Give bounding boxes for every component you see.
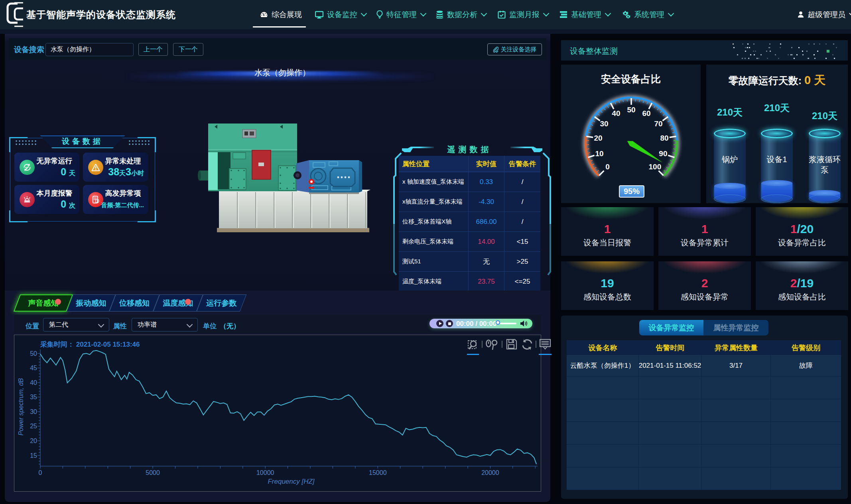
svg-text:15000: 15000	[369, 469, 387, 476]
svg-text:25: 25	[30, 423, 37, 429]
svg-text:0: 0	[605, 163, 610, 171]
svg-text:90: 90	[659, 149, 667, 158]
svg-text:60: 60	[642, 109, 651, 118]
svg-text:80: 80	[660, 134, 668, 142]
svg-text:10: 10	[595, 149, 604, 158]
svg-text:15: 15	[30, 452, 37, 459]
svg-text:50: 50	[30, 350, 37, 357]
svg-text:10000: 10000	[256, 469, 274, 476]
svg-text:70: 70	[654, 120, 662, 128]
svg-text:30: 30	[30, 408, 37, 415]
svg-text:40: 40	[30, 379, 37, 386]
svg-text:Power spectrum, dB: Power spectrum, dB	[18, 378, 24, 435]
svg-text:45: 45	[30, 365, 37, 371]
svg-text:100: 100	[649, 163, 662, 171]
svg-text:5000: 5000	[146, 469, 160, 476]
svg-text:20: 20	[30, 437, 37, 444]
svg-text:20000: 20000	[481, 469, 499, 476]
svg-text:Frequency [HZ]: Frequency [HZ]	[268, 478, 315, 485]
svg-text:30: 30	[600, 120, 608, 128]
svg-text:40: 40	[612, 109, 620, 118]
svg-text:50: 50	[627, 106, 635, 114]
svg-text:0: 0	[39, 469, 42, 476]
svg-text:35: 35	[30, 394, 37, 400]
svg-text:20: 20	[594, 134, 602, 142]
